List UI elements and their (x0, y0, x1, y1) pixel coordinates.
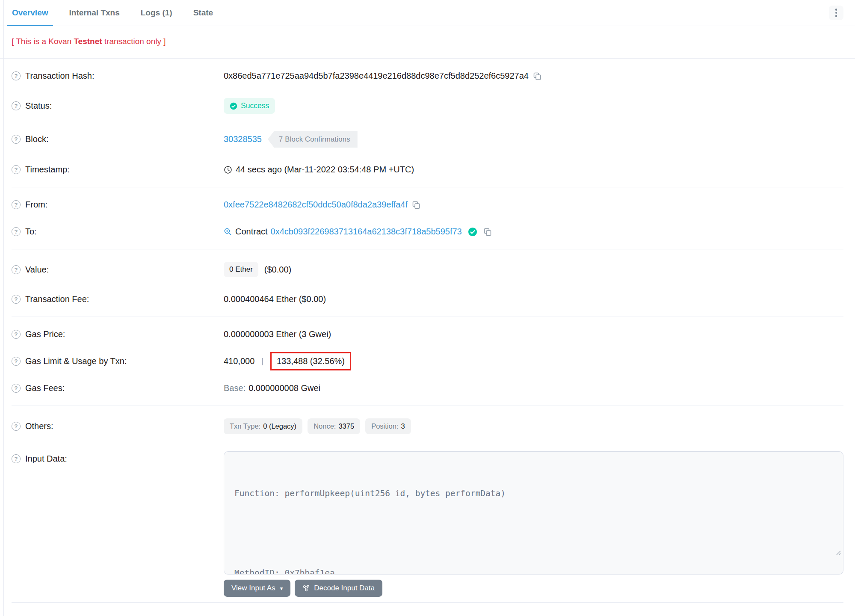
help-icon[interactable]: ? (12, 265, 21, 274)
to-label: To: (25, 227, 37, 237)
transaction-fee-value: 0.000400464 Ether ($0.00) (224, 294, 326, 304)
gas-price-value: 0.000000003 Ether (3 Gwei) (224, 329, 331, 339)
timestamp-value: 44 secs ago (Mar-11-2022 03:54:48 PM +UT… (236, 165, 414, 175)
kebab-dot-icon (835, 12, 837, 14)
row-others: ? Others: Txn Type: 0 (Legacy) Nonce: 33… (12, 410, 843, 443)
zoom-in-icon[interactable] (224, 228, 232, 236)
status-label: Status: (25, 101, 52, 111)
tab-internal-txns[interactable]: Internal Txns (65, 0, 124, 26)
help-icon[interactable]: ? (12, 357, 21, 366)
help-icon[interactable]: ? (12, 101, 21, 110)
row-transaction-hash: ? Transaction Hash: 0x86ed5a771e725aa94d… (12, 62, 843, 89)
input-data-textarea[interactable]: Function: performUpkeep(uint256 id, byte… (224, 451, 843, 575)
status-text: Success (241, 101, 269, 110)
tab-bar: Overview Internal Txns Logs (1) State (0, 0, 855, 26)
from-address-link[interactable]: 0xfee7522e8482682cf50ddc50a0f8da2a39effa… (224, 200, 408, 210)
copy-icon (412, 201, 420, 209)
input-data-actions: View Input As ▾ Decode Input Data (224, 575, 843, 598)
block-number-link[interactable]: 30328535 (224, 134, 262, 144)
timestamp-label: Timestamp: (25, 165, 70, 175)
gas-usage-value: 133,488 (32.56%) (277, 356, 345, 366)
gas-fees-base-value: 0.000000008 Gwei (249, 383, 320, 393)
overview-group-1: ? Transaction Hash: 0x86ed5a771e725aa94d… (12, 59, 843, 187)
overview-group-2: ? From: 0xfee7522e8482682cf50ddc50a0f8da… (12, 187, 843, 249)
help-icon[interactable]: ? (12, 165, 21, 174)
position-value: 3 (401, 422, 405, 430)
value-usd: ($0.00) (264, 265, 291, 275)
help-icon[interactable]: ? (12, 135, 21, 144)
help-icon[interactable]: ? (12, 200, 21, 209)
ether-value-badge: 0 Ether (224, 262, 258, 277)
row-value: ? Value: 0 Ether ($0.00) (12, 253, 843, 286)
decode-input-data-label: Decode Input Data (314, 584, 375, 592)
input-methodid-line: MethodID: 0x7bbaf1ea (234, 566, 833, 575)
help-icon[interactable]: ? (12, 71, 21, 80)
row-transaction-fee: ? Transaction Fee: 0.000400464 Ether ($0… (12, 286, 843, 313)
kebab-dot-icon (835, 15, 837, 17)
copy-icon (533, 72, 541, 80)
help-icon[interactable]: ? (12, 422, 21, 431)
decode-icon (302, 584, 310, 592)
transaction-hash-label: Transaction Hash: (25, 71, 95, 81)
txn-type-label: Txn Type: (230, 422, 260, 430)
row-to: ? To: Contract 0x4cb093f226983713164a621… (12, 218, 843, 245)
copy-to-button[interactable] (483, 228, 492, 236)
card-left-border (3, 0, 4, 616)
bottom-spacer (12, 603, 843, 616)
row-gas-price: ? Gas Price: 0.000000003 Ether (3 Gwei) (12, 321, 843, 348)
copy-hash-button[interactable] (533, 72, 541, 80)
transaction-hash-value: 0x86ed5a771e725aa94d5b7fa2398e4419e216d8… (224, 71, 529, 81)
transaction-fee-label: Transaction Fee: (25, 294, 89, 304)
notice-bold: Testnet (74, 37, 102, 46)
status-badge: Success (224, 98, 275, 114)
tab-state[interactable]: State (189, 0, 218, 26)
help-icon[interactable]: ? (12, 227, 21, 236)
decode-input-data-button[interactable]: Decode Input Data (295, 580, 382, 597)
view-input-as-button[interactable]: View Input As ▾ (224, 580, 290, 597)
gas-limit-value: 410,000 (224, 356, 254, 366)
input-data-label: Input Data: (25, 454, 67, 464)
copy-from-button[interactable] (412, 201, 420, 209)
gas-usage-annotation-box: 133,488 (32.56%) (270, 352, 351, 370)
row-from: ? From: 0xfee7522e8482682cf50ddc50a0f8da… (12, 191, 843, 218)
help-icon[interactable]: ? (12, 384, 21, 393)
to-contract-prefix: Contract (235, 227, 268, 237)
kebab-menu-button[interactable] (829, 6, 843, 20)
resize-handle[interactable] (785, 533, 841, 572)
gas-limit-label: Gas Limit & Usage by Txn: (25, 356, 127, 366)
gas-fees-base-label: Base: (224, 383, 246, 393)
tab-logs[interactable]: Logs (1) (136, 0, 177, 26)
row-status: ? Status: Success (12, 89, 843, 122)
overview-group-4: ? Gas Price: 0.000000003 Ether (3 Gwei) … (12, 317, 843, 406)
kebab-dot-icon (835, 9, 837, 11)
gas-price-label: Gas Price: (25, 329, 65, 339)
copy-icon (483, 228, 492, 236)
overview-group-5: ? Others: Txn Type: 0 (Legacy) Nonce: 33… (12, 406, 843, 603)
separator-bar: | (261, 357, 263, 366)
help-icon[interactable]: ? (12, 330, 21, 339)
input-function-line: Function: performUpkeep(uint256 id, byte… (234, 487, 833, 500)
gas-fees-label: Gas Fees: (25, 383, 65, 393)
clock-icon (224, 166, 232, 174)
position-badge: Position: 3 (365, 418, 411, 434)
nonce-value: 3375 (338, 422, 354, 430)
help-icon[interactable]: ? (12, 295, 21, 304)
value-label: Value: (25, 265, 49, 275)
block-label: Block: (25, 134, 48, 144)
chevron-down-icon: ▾ (280, 585, 283, 592)
row-input-data: ? Input Data: Function: performUpkeep(ui… (12, 443, 843, 575)
row-timestamp: ? Timestamp: 44 secs ago (Mar-11-2022 03… (12, 156, 843, 183)
testnet-notice: [ This is a Kovan Testnet transaction on… (0, 26, 855, 59)
overview-group-3: ? Value: 0 Ether ($0.00) ? Transaction F… (12, 249, 843, 317)
position-label: Position: (371, 422, 398, 430)
row-block: ? Block: 30328535 7 Block Confirmations (12, 122, 843, 156)
from-label: From: (25, 200, 47, 210)
others-label: Others: (25, 421, 53, 431)
tab-overview[interactable]: Overview (7, 0, 53, 26)
notice-prefix: [ This is a Kovan (12, 37, 74, 46)
help-icon[interactable]: ? (12, 454, 21, 463)
txn-type-value: 0 (Legacy) (263, 422, 296, 430)
notice-suffix: transaction only ] (102, 37, 166, 46)
to-address-link[interactable]: 0x4cb093f226983713164a62138c3f718a5b595f… (271, 227, 462, 237)
check-circle-icon (230, 102, 237, 110)
